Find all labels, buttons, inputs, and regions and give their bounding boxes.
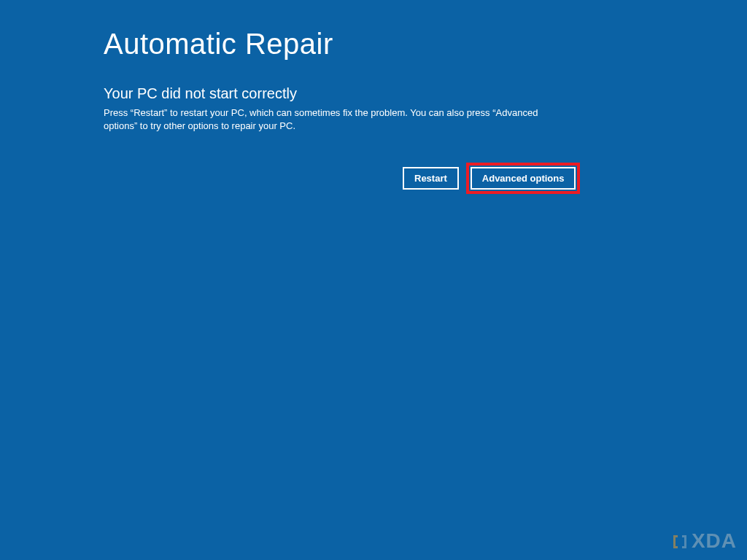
error-body-text: Press “Restart” to restart your PC, whic… bbox=[104, 106, 541, 132]
page-title: Automatic Repair bbox=[104, 28, 747, 61]
annotation-highlight: Advanced options bbox=[466, 163, 581, 194]
action-button-row: Restart Advanced options bbox=[403, 163, 747, 194]
recovery-screen: Automatic Repair Your PC did not start c… bbox=[0, 0, 747, 194]
advanced-options-button[interactable]: Advanced options bbox=[471, 167, 576, 190]
error-subtitle: Your PC did not start correctly bbox=[104, 85, 747, 102]
restart-button[interactable]: Restart bbox=[403, 167, 459, 190]
watermark-text: XDA bbox=[692, 529, 737, 553]
watermark-logo: XDA bbox=[671, 529, 737, 553]
xda-bracket-icon bbox=[671, 532, 689, 550]
